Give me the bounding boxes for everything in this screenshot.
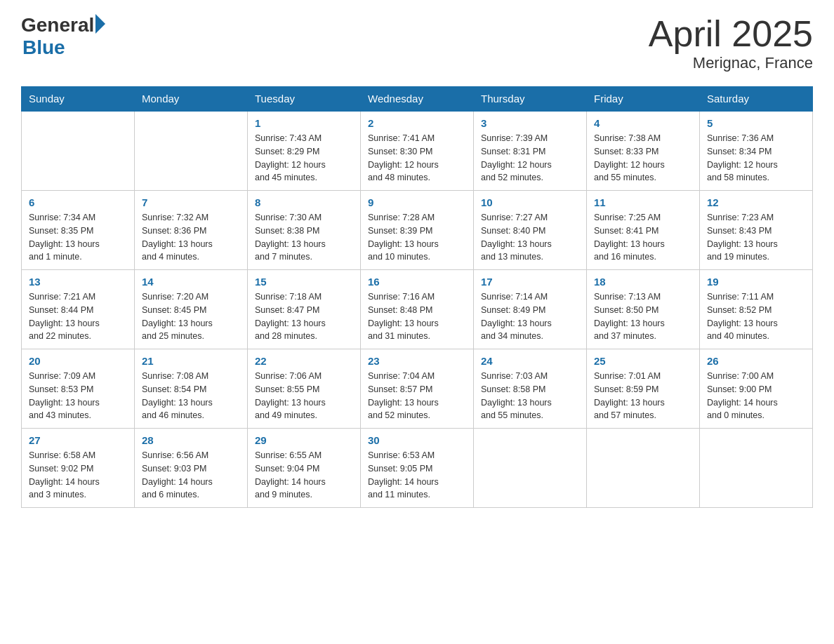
page-header: General Blue April 2025 Merignac, France [21,14,813,72]
calendar-cell: 2Sunrise: 7:41 AM Sunset: 8:30 PM Daylig… [361,111,474,191]
day-info: Sunrise: 7:00 AM Sunset: 9:00 PM Dayligh… [707,370,805,422]
day-number: 23 [368,355,466,367]
day-info: Sunrise: 6:53 AM Sunset: 9:05 PM Dayligh… [368,449,466,502]
calendar-cell: 6Sunrise: 7:34 AM Sunset: 8:35 PM Daylig… [22,191,135,270]
calendar-cell: 12Sunrise: 7:23 AM Sunset: 8:43 PM Dayli… [700,191,813,270]
day-number: 18 [594,276,692,288]
day-info: Sunrise: 7:16 AM Sunset: 8:48 PM Dayligh… [368,290,466,343]
day-number: 5 [707,117,805,129]
day-number: 20 [29,355,127,367]
calendar-cell: 20Sunrise: 7:09 AM Sunset: 8:53 PM Dayli… [22,349,135,429]
logo: General Blue [21,14,105,59]
weekday-sunday: Sunday [22,87,135,112]
calendar-cell: 3Sunrise: 7:39 AM Sunset: 8:31 PM Daylig… [474,111,587,191]
day-number: 28 [142,434,240,446]
day-number: 2 [368,117,466,129]
calendar-cell: 13Sunrise: 7:21 AM Sunset: 8:44 PM Dayli… [22,270,135,349]
calendar-cell: 4Sunrise: 7:38 AM Sunset: 8:33 PM Daylig… [587,111,700,191]
day-info: Sunrise: 7:18 AM Sunset: 8:47 PM Dayligh… [255,290,353,343]
day-number: 9 [368,196,466,208]
day-info: Sunrise: 7:03 AM Sunset: 8:58 PM Dayligh… [481,370,579,422]
calendar-cell: 29Sunrise: 6:55 AM Sunset: 9:04 PM Dayli… [248,429,361,508]
weekday-wednesday: Wednesday [361,87,474,112]
calendar-cell [587,429,700,508]
calendar-table: SundayMondayTuesdayWednesdayThursdayFrid… [21,86,813,508]
calendar-cell: 21Sunrise: 7:08 AM Sunset: 8:54 PM Dayli… [135,349,248,429]
calendar-cell: 26Sunrise: 7:00 AM Sunset: 9:00 PM Dayli… [700,349,813,429]
calendar-cell: 16Sunrise: 7:16 AM Sunset: 8:48 PM Dayli… [361,270,474,349]
calendar-cell: 28Sunrise: 6:56 AM Sunset: 9:03 PM Dayli… [135,429,248,508]
calendar-cell: 9Sunrise: 7:28 AM Sunset: 8:39 PM Daylig… [361,191,474,270]
day-info: Sunrise: 7:27 AM Sunset: 8:40 PM Dayligh… [481,211,579,264]
calendar-body: 1Sunrise: 7:43 AM Sunset: 8:29 PM Daylig… [22,111,813,508]
day-info: Sunrise: 7:20 AM Sunset: 8:45 PM Dayligh… [142,290,240,343]
day-info: Sunrise: 7:38 AM Sunset: 8:33 PM Dayligh… [594,132,692,185]
calendar-cell [22,111,135,191]
calendar-week-2: 6Sunrise: 7:34 AM Sunset: 8:35 PM Daylig… [22,191,813,270]
day-info: Sunrise: 7:04 AM Sunset: 8:57 PM Dayligh… [368,370,466,422]
day-number: 8 [255,196,353,208]
day-info: Sunrise: 7:08 AM Sunset: 8:54 PM Dayligh… [142,370,240,422]
calendar-cell [474,429,587,508]
calendar-cell: 22Sunrise: 7:06 AM Sunset: 8:55 PM Dayli… [248,349,361,429]
day-info: Sunrise: 6:55 AM Sunset: 9:04 PM Dayligh… [255,449,353,502]
day-number: 1 [255,117,353,129]
calendar-cell: 24Sunrise: 7:03 AM Sunset: 8:58 PM Dayli… [474,349,587,429]
day-number: 14 [142,276,240,288]
weekday-thursday: Thursday [474,87,587,112]
weekday-header-row: SundayMondayTuesdayWednesdayThursdayFrid… [22,87,813,112]
weekday-monday: Monday [135,87,248,112]
day-number: 19 [707,276,805,288]
calendar-week-4: 20Sunrise: 7:09 AM Sunset: 8:53 PM Dayli… [22,349,813,429]
calendar-cell: 27Sunrise: 6:58 AM Sunset: 9:02 PM Dayli… [22,429,135,508]
calendar-cell: 7Sunrise: 7:32 AM Sunset: 8:36 PM Daylig… [135,191,248,270]
day-info: Sunrise: 7:30 AM Sunset: 8:38 PM Dayligh… [255,211,353,264]
day-info: Sunrise: 7:01 AM Sunset: 8:59 PM Dayligh… [594,370,692,422]
day-info: Sunrise: 7:13 AM Sunset: 8:50 PM Dayligh… [594,290,692,343]
calendar-cell: 19Sunrise: 7:11 AM Sunset: 8:52 PM Dayli… [700,270,813,349]
day-number: 27 [29,434,127,446]
day-number: 24 [481,355,579,367]
calendar-header: SundayMondayTuesdayWednesdayThursdayFrid… [22,87,813,112]
calendar-cell: 1Sunrise: 7:43 AM Sunset: 8:29 PM Daylig… [248,111,361,191]
calendar-cell: 23Sunrise: 7:04 AM Sunset: 8:57 PM Dayli… [361,349,474,429]
calendar-cell: 17Sunrise: 7:14 AM Sunset: 8:49 PM Dayli… [474,270,587,349]
day-number: 11 [594,196,692,208]
calendar-cell: 11Sunrise: 7:25 AM Sunset: 8:41 PM Dayli… [587,191,700,270]
weekday-friday: Friday [587,87,700,112]
day-info: Sunrise: 6:58 AM Sunset: 9:02 PM Dayligh… [29,449,127,502]
day-number: 15 [255,276,353,288]
day-info: Sunrise: 7:06 AM Sunset: 8:55 PM Dayligh… [255,370,353,422]
day-number: 30 [368,434,466,446]
calendar-cell [135,111,248,191]
day-number: 13 [29,276,127,288]
day-info: Sunrise: 7:36 AM Sunset: 8:34 PM Dayligh… [707,132,805,185]
day-number: 7 [142,196,240,208]
day-info: Sunrise: 7:43 AM Sunset: 8:29 PM Dayligh… [255,132,353,185]
weekday-tuesday: Tuesday [248,87,361,112]
day-info: Sunrise: 7:11 AM Sunset: 8:52 PM Dayligh… [707,290,805,343]
day-info: Sunrise: 7:32 AM Sunset: 8:36 PM Dayligh… [142,211,240,264]
day-info: Sunrise: 7:25 AM Sunset: 8:41 PM Dayligh… [594,211,692,264]
calendar-week-5: 27Sunrise: 6:58 AM Sunset: 9:02 PM Dayli… [22,429,813,508]
logo-general-text: General [21,14,94,36]
calendar-cell: 5Sunrise: 7:36 AM Sunset: 8:34 PM Daylig… [700,111,813,191]
day-number: 3 [481,117,579,129]
day-info: Sunrise: 7:41 AM Sunset: 8:30 PM Dayligh… [368,132,466,185]
day-info: Sunrise: 7:21 AM Sunset: 8:44 PM Dayligh… [29,290,127,343]
calendar-cell: 15Sunrise: 7:18 AM Sunset: 8:47 PM Dayli… [248,270,361,349]
calendar-cell [700,429,813,508]
day-number: 26 [707,355,805,367]
day-info: Sunrise: 7:39 AM Sunset: 8:31 PM Dayligh… [481,132,579,185]
day-info: Sunrise: 7:34 AM Sunset: 8:35 PM Dayligh… [29,211,127,264]
calendar-week-1: 1Sunrise: 7:43 AM Sunset: 8:29 PM Daylig… [22,111,813,191]
day-info: Sunrise: 7:23 AM Sunset: 8:43 PM Dayligh… [707,211,805,264]
calendar-cell: 18Sunrise: 7:13 AM Sunset: 8:50 PM Dayli… [587,270,700,349]
calendar-cell: 8Sunrise: 7:30 AM Sunset: 8:38 PM Daylig… [248,191,361,270]
calendar-week-3: 13Sunrise: 7:21 AM Sunset: 8:44 PM Dayli… [22,270,813,349]
logo-blue-text: Blue [22,36,65,59]
day-number: 21 [142,355,240,367]
day-info: Sunrise: 7:28 AM Sunset: 8:39 PM Dayligh… [368,211,466,264]
day-info: Sunrise: 7:14 AM Sunset: 8:49 PM Dayligh… [481,290,579,343]
calendar-title: April 2025 [649,14,813,54]
